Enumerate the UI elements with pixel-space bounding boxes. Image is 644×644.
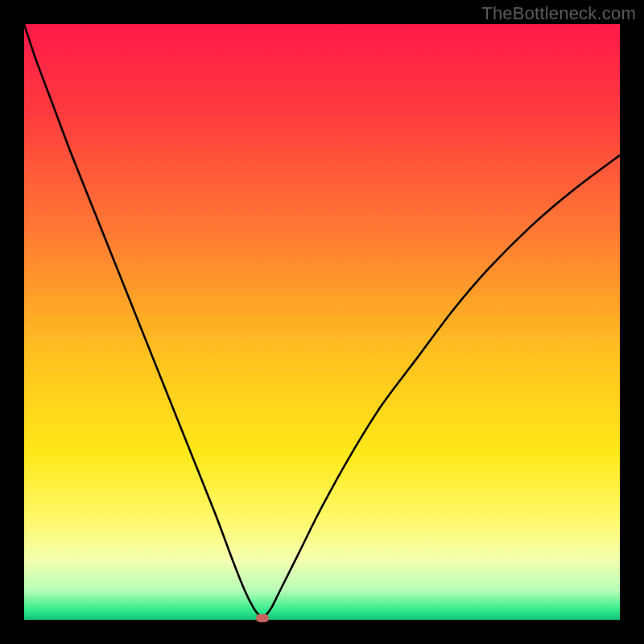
watermark-text: TheBottleneck.com xyxy=(481,3,636,24)
bottleneck-curve xyxy=(24,24,620,620)
chart-frame: TheBottleneck.com xyxy=(0,0,644,644)
plot-area xyxy=(24,24,620,620)
optimum-marker xyxy=(256,614,269,622)
